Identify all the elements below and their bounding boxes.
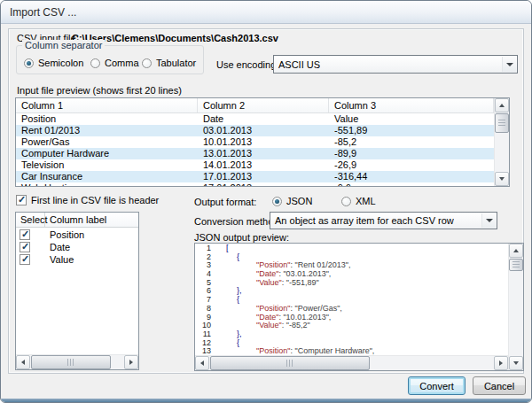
scroll-up-icon[interactable] <box>509 244 523 258</box>
json-token: [ <box>226 244 229 252</box>
column-checkbox[interactable] <box>20 242 30 252</box>
column-checkbox[interactable] <box>20 229 30 240</box>
json-line-code: "Position": "Computer Hardware", <box>211 347 508 355</box>
radio-xml[interactable]: XML <box>341 196 376 206</box>
radio-semicolon[interactable]: Semicolon <box>24 58 83 68</box>
table-row[interactable]: Computer Hardware13.01.2013-89,9 <box>16 148 494 159</box>
radio-comma[interactable]: Comma <box>90 58 139 68</box>
table-row[interactable]: Rent 01/201303.01.2013-551,89 <box>16 125 494 136</box>
column-separator-group: Column separator Semicolon Comma Tabulat… <box>16 45 204 74</box>
label-column-header[interactable]: Column label <box>45 213 138 227</box>
json-line-code: }, <box>211 287 508 296</box>
table-cell: 10.01.2013 <box>198 136 329 148</box>
radio-comma-label: Comma <box>105 58 139 68</box>
radio-tabulator[interactable]: Tabulator <box>142 58 196 68</box>
column-header-3[interactable]: Column 3 <box>329 98 494 112</box>
scroll-down-icon[interactable] <box>509 356 523 370</box>
json-token: , <box>372 346 375 355</box>
chevron-down-icon[interactable] <box>481 213 496 228</box>
scrollbar-thumb[interactable] <box>509 259 523 271</box>
table-cell: -89,9 <box>329 148 494 159</box>
json-token: , <box>340 304 342 313</box>
radio-icon <box>272 197 282 206</box>
table-cell: 03.01.2013 <box>198 125 329 136</box>
json-token: "03.01.2013" <box>283 269 328 278</box>
column-select-list-header: Select Column label <box>16 213 138 228</box>
select-column-header[interactable]: Select <box>16 213 45 227</box>
preview-vertical-scrollbar[interactable] <box>494 98 509 186</box>
json-token: "Rent 01/2013" <box>294 260 348 269</box>
table-row[interactable]: Power/Gas10.01.2013-85,2 <box>16 136 494 148</box>
scroll-right-icon[interactable] <box>494 356 508 370</box>
json-token: { <box>237 295 239 304</box>
table-cell: Television <box>16 159 198 171</box>
json-line: 13"Position": "Computer Hardware", <box>195 347 508 355</box>
json-token: "Date" <box>256 269 278 278</box>
scroll-up-icon[interactable] <box>495 98 509 112</box>
json-horizontal-scrollbar[interactable] <box>195 355 508 370</box>
json-line: 11}, <box>195 330 508 339</box>
cancel-button[interactable]: Cancel <box>473 376 526 395</box>
column-label: Value <box>50 253 74 266</box>
json-line: 1[ <box>195 244 508 253</box>
encoding-select[interactable]: ASCII US <box>273 55 518 74</box>
json-token: , <box>348 260 351 269</box>
json-token: "Value" <box>256 278 282 287</box>
radio-icon <box>24 58 34 68</box>
json-line: 9"Date": "10.01.2013", <box>195 314 508 322</box>
window-bottom-edge <box>1 399 531 402</box>
json-line: 7{ <box>195 296 508 305</box>
table-cell: -26,9 <box>329 159 494 171</box>
table-cell: -551,89 <box>329 125 494 136</box>
column-separator-group-label: Column separator <box>22 40 105 50</box>
column-header-1[interactable]: Column 1 <box>16 98 198 112</box>
json-line: 10"Value": "-85,2" <box>195 322 508 330</box>
scrollbar-thumb[interactable] <box>210 356 370 370</box>
json-preview-label: JSON output preview: <box>194 232 289 243</box>
scrollbar-thumb[interactable] <box>495 113 509 133</box>
json-token: "Value" <box>256 321 282 329</box>
conversion-method-select[interactable]: An object as array item for each CSV row <box>270 212 497 229</box>
json-line: 6}, <box>195 287 508 296</box>
radio-icon <box>341 197 351 206</box>
table-cell: 14.01.2013 <box>198 159 329 171</box>
json-line-code: "Value": "-551,89" <box>211 279 508 288</box>
scroll-left-icon[interactable] <box>195 356 209 370</box>
preview-table-body: PositionDateValueRent 01/201303.01.2013-… <box>16 113 494 186</box>
scroll-down-icon[interactable] <box>495 172 509 186</box>
table-cell: Value <box>329 113 494 125</box>
column-list-horizontal-scrollbar[interactable] <box>16 354 138 369</box>
first-line-header-checkbox[interactable]: First line in CSV file is header <box>16 195 159 205</box>
title-bar[interactable]: Import CSV ... <box>1 1 531 24</box>
column-header-2[interactable]: Column 2 <box>198 98 329 112</box>
scroll-left-icon[interactable] <box>16 355 30 369</box>
preview-table-header: Column 1 Column 2 Column 3 <box>16 98 494 113</box>
table-row[interactable]: Car Insurance17.01.2013-316,44 <box>16 171 494 182</box>
radio-semicolon-label: Semicolon <box>38 58 83 68</box>
list-item[interactable]: Position <box>16 229 138 241</box>
json-token: "Position" <box>256 260 290 269</box>
json-line-code: [ <box>211 244 508 253</box>
table-row[interactable]: PositionDateValue <box>16 113 494 125</box>
json-code[interactable]: 1[2{3"Position": "Rent 01/2013",4"Date":… <box>195 244 508 355</box>
json-vertical-scrollbar[interactable] <box>508 244 523 370</box>
chevron-down-icon[interactable] <box>502 57 516 72</box>
scrollbar-thumb[interactable] <box>31 355 111 369</box>
table-row[interactable]: Web-Hosting17.01.2013-9,6 <box>16 182 494 186</box>
radio-xml-label: XML <box>356 196 376 206</box>
table-cell: -316,44 <box>329 171 494 182</box>
input-preview-label: Input file preview (shows first 20 lines… <box>17 85 182 96</box>
radio-json-label: JSON <box>286 196 312 206</box>
scroll-right-icon[interactable] <box>124 355 138 369</box>
table-row[interactable]: Television14.01.2013-26,9 <box>16 159 494 171</box>
encoding-value: ASCII US <box>274 59 320 70</box>
convert-button[interactable]: Convert <box>408 376 466 395</box>
line-number: 13 <box>195 347 211 355</box>
window-title: Import CSV ... <box>10 6 76 19</box>
json-token: "Date" <box>256 313 278 322</box>
radio-json[interactable]: JSON <box>272 196 312 206</box>
list-item[interactable]: Value <box>16 253 138 266</box>
preview-table: Column 1 Column 2 Column 3 PositionDateV… <box>15 97 510 187</box>
list-item[interactable]: Date <box>16 241 138 253</box>
column-checkbox[interactable] <box>20 254 30 265</box>
